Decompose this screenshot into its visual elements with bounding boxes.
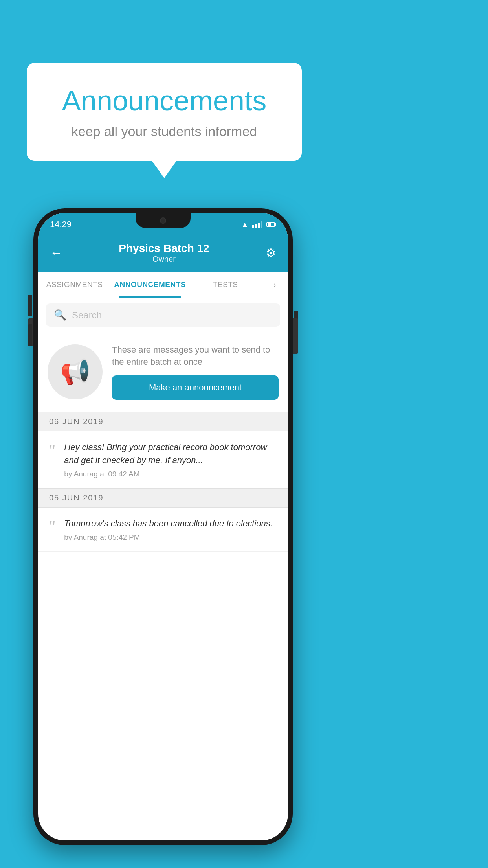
status-bar: 14:29 ▲ [38, 213, 288, 236]
batch-title: Physics Batch 12 [119, 242, 209, 255]
date-divider-1: 06 JUN 2019 [38, 412, 288, 431]
volume-up-button[interactable] [28, 295, 32, 316]
status-time: 14:29 [50, 219, 72, 230]
announcement-item-1[interactable]: " Hey class! Bring your practical record… [38, 431, 288, 488]
quote-icon-1: " [49, 442, 55, 458]
announcement-right: These are messages you want to send to t… [112, 344, 279, 400]
announcement-author-1: by Anurag at 09:42 AM [64, 470, 277, 478]
tab-announcements[interactable]: ANNOUNCEMENTS [111, 272, 189, 298]
wifi-icon: ▲ [241, 221, 248, 229]
tabs-bar: ASSIGNMENTS ANNOUNCEMENTS TESTS › [38, 272, 288, 298]
camera-notch [160, 217, 166, 224]
announcement-text-2: Tomorrow's class has been cancelled due … [64, 517, 277, 530]
phone-outer: 14:29 ▲ [33, 208, 293, 845]
announcement-intro: 📢 These are messages you want to send to… [38, 332, 288, 412]
app-header: ← Physics Batch 12 Owner ⚙ [38, 236, 288, 272]
speech-bubble-wrapper: Announcements keep all your students inf… [27, 63, 302, 161]
bubble-title: Announcements [50, 85, 278, 117]
speech-bubble: Announcements keep all your students inf… [27, 63, 302, 161]
signal-icon [252, 221, 262, 228]
make-announcement-button[interactable]: Make an announcement [112, 375, 279, 400]
back-button[interactable]: ← [50, 246, 62, 260]
batch-role: Owner [119, 255, 209, 264]
megaphone-icon: 📢 [60, 358, 90, 386]
announcement-text-1: Hey class! Bring your practical record b… [64, 441, 277, 467]
search-input[interactable]: Search [72, 310, 102, 321]
settings-icon[interactable]: ⚙ [266, 246, 276, 260]
power-button[interactable] [294, 311, 298, 344]
phone-wrapper: 14:29 ▲ [33, 208, 293, 845]
notch [136, 213, 191, 228]
date-divider-2: 05 JUN 2019 [38, 488, 288, 508]
phone-screen: 14:29 ▲ [38, 213, 288, 840]
search-bar-container: 🔍 Search [38, 298, 288, 332]
header-title-group: Physics Batch 12 Owner [119, 242, 209, 264]
search-bar[interactable]: 🔍 Search [46, 303, 280, 327]
announcement-content-1: Hey class! Bring your practical record b… [64, 441, 277, 478]
volume-down-button[interactable] [28, 324, 32, 346]
announcement-content-2: Tomorrow's class has been cancelled due … [64, 517, 277, 542]
announcement-icon-circle: 📢 [48, 344, 103, 399]
announcement-author-2: by Anurag at 05:42 PM [64, 533, 277, 542]
status-icons: ▲ [241, 221, 276, 229]
quote-icon-2: " [49, 519, 55, 534]
bubble-subtitle: keep all your students informed [50, 124, 278, 139]
announcement-desc: These are messages you want to send to t… [112, 344, 279, 368]
search-icon: 🔍 [54, 309, 66, 321]
announcement-item-2[interactable]: " Tomorrow's class has been cancelled du… [38, 508, 288, 552]
tab-more[interactable]: › [262, 272, 288, 298]
tab-assignments[interactable]: ASSIGNMENTS [38, 272, 111, 298]
tab-tests[interactable]: TESTS [189, 272, 262, 298]
battery-icon [266, 222, 276, 227]
